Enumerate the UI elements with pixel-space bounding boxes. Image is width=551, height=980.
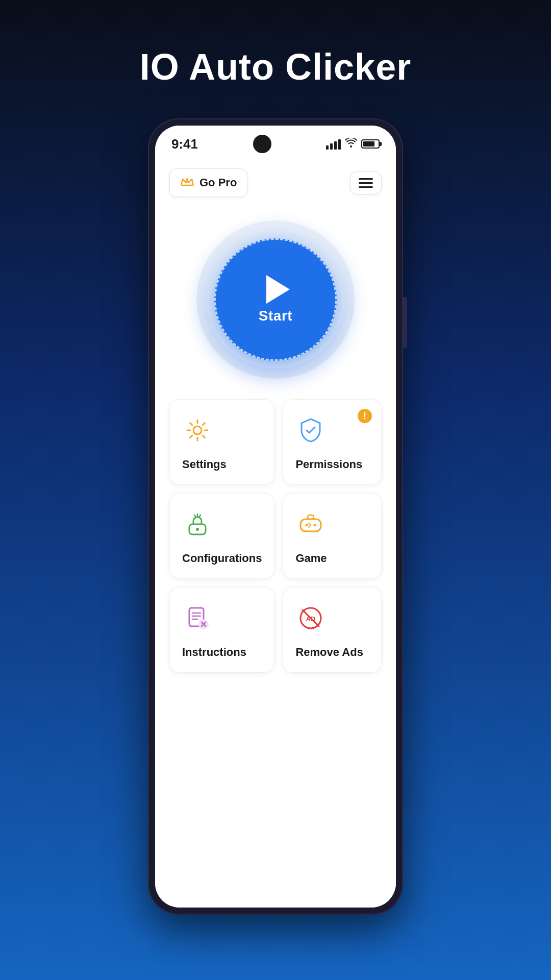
go-pro-button[interactable]: Go Pro: [169, 168, 247, 197]
game-icon: [295, 509, 326, 540]
remove-ads-icon: AD: [295, 603, 326, 633]
hamburger-icon: [359, 178, 373, 188]
play-icon: [266, 275, 290, 304]
svg-point-6: [314, 524, 316, 527]
phone-screen: 9:41: [155, 126, 396, 908]
crown-icon: [180, 175, 194, 190]
signal-icon: [326, 138, 341, 150]
start-middle-ring: Start: [207, 231, 344, 369]
phone-side-button: [403, 297, 407, 348]
instructions-icon: [182, 603, 213, 633]
instructions-label: Instructions: [182, 646, 246, 659]
battery-icon: [361, 139, 380, 149]
configurations-label: Configurations: [182, 552, 262, 565]
svg-point-0: [186, 178, 188, 180]
start-button[interactable]: Start: [214, 238, 337, 361]
permissions-card[interactable]: ! Permissions: [283, 399, 382, 485]
go-pro-label: Go Pro: [199, 176, 237, 189]
app-content: Go Pro Start: [155, 158, 396, 908]
configurations-card[interactable]: Configurations: [169, 493, 274, 579]
phone-frame: 9:41: [148, 118, 403, 915]
svg-point-1: [193, 426, 202, 434]
start-outer-ring: Start: [196, 220, 355, 379]
permissions-label: Permissions: [295, 458, 362, 471]
alert-badge: !: [358, 409, 372, 423]
svg-point-3: [196, 528, 199, 531]
header: Go Pro: [167, 158, 384, 205]
start-section: Start: [167, 205, 384, 399]
wifi-icon: [345, 138, 357, 150]
status-icons: [326, 138, 380, 150]
menu-button[interactable]: [350, 172, 382, 194]
configurations-icon: [182, 509, 213, 540]
instructions-card[interactable]: Instructions: [169, 587, 274, 673]
settings-icon: [182, 415, 213, 446]
game-card[interactable]: Game: [283, 493, 382, 579]
status-time: 9:41: [171, 136, 198, 152]
menu-grid: Settings ! Permissions: [167, 399, 384, 673]
start-label: Start: [259, 308, 292, 324]
svg-point-5: [306, 524, 308, 527]
svg-line-12: [303, 610, 319, 626]
status-bar: 9:41: [155, 126, 396, 158]
remove-ads-card[interactable]: AD Remove Ads: [283, 587, 382, 673]
settings-label: Settings: [182, 458, 227, 471]
game-label: Game: [295, 552, 327, 565]
app-title: IO Auto Clicker: [140, 46, 411, 88]
settings-card[interactable]: Settings: [169, 399, 274, 485]
remove-ads-label: Remove Ads: [295, 646, 363, 659]
svg-rect-7: [308, 515, 314, 519]
permissions-icon: [295, 415, 326, 446]
notch: [253, 135, 271, 153]
